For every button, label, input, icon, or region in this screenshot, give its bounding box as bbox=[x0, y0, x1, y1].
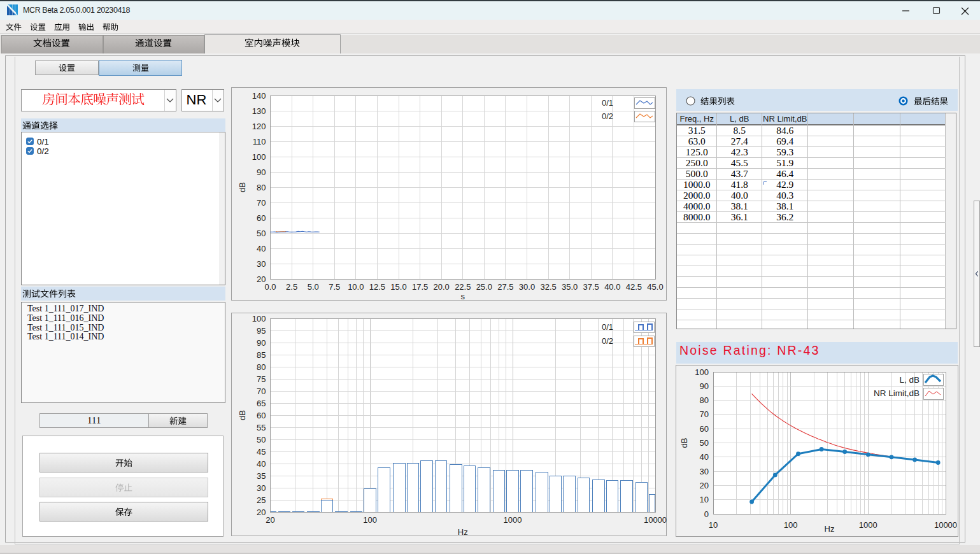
svg-text:20: 20 bbox=[266, 515, 274, 525]
svg-text:65: 65 bbox=[257, 399, 266, 408]
svg-text:43.7: 43.7 bbox=[731, 168, 748, 179]
svg-text:69.4: 69.4 bbox=[776, 136, 793, 146]
svg-text:50: 50 bbox=[257, 229, 266, 238]
svg-text:L, dB: L, dB bbox=[730, 114, 749, 124]
svg-text:dB: dB bbox=[679, 438, 689, 448]
svg-text:2000.0: 2000.0 bbox=[683, 190, 711, 201]
svg-text:5.0: 5.0 bbox=[308, 282, 319, 292]
svg-text:0: 0 bbox=[704, 509, 709, 519]
svg-text:90: 90 bbox=[257, 167, 266, 177]
svg-text:55: 55 bbox=[257, 423, 266, 432]
svg-text:95: 95 bbox=[257, 326, 266, 336]
svg-text:10000: 10000 bbox=[644, 515, 667, 525]
svg-text:40.3: 40.3 bbox=[776, 190, 793, 201]
svg-text:25.0: 25.0 bbox=[476, 282, 492, 292]
svg-text:27.4: 27.4 bbox=[731, 136, 748, 146]
svg-text:100: 100 bbox=[252, 314, 266, 323]
svg-text:10: 10 bbox=[700, 495, 709, 504]
svg-text:7.5: 7.5 bbox=[329, 282, 340, 292]
svg-text:84.6: 84.6 bbox=[776, 125, 793, 136]
svg-text:100: 100 bbox=[252, 152, 266, 162]
svg-text:27.5: 27.5 bbox=[497, 282, 513, 292]
svg-text:130: 130 bbox=[252, 106, 266, 116]
svg-text:42.9: 42.9 bbox=[776, 179, 793, 190]
svg-text:32.5: 32.5 bbox=[540, 282, 556, 292]
svg-text:4000.0: 4000.0 bbox=[683, 201, 711, 211]
svg-text:22.5: 22.5 bbox=[455, 282, 471, 292]
svg-text:Hz: Hz bbox=[825, 524, 835, 534]
svg-text:38.1: 38.1 bbox=[776, 201, 793, 211]
svg-text:42.3: 42.3 bbox=[731, 146, 748, 157]
svg-text:0.0: 0.0 bbox=[264, 282, 276, 292]
svg-text:12.5: 12.5 bbox=[369, 282, 385, 292]
svg-text:110: 110 bbox=[253, 137, 266, 146]
svg-text:10: 10 bbox=[709, 520, 718, 530]
svg-text:8000.0: 8000.0 bbox=[683, 211, 711, 222]
svg-text:40: 40 bbox=[257, 459, 266, 469]
svg-text:20.0: 20.0 bbox=[434, 282, 450, 292]
svg-text:85: 85 bbox=[257, 350, 266, 360]
svg-text:35.0: 35.0 bbox=[562, 282, 578, 292]
svg-text:30: 30 bbox=[700, 467, 709, 476]
svg-text:20: 20 bbox=[700, 481, 709, 490]
svg-text:80: 80 bbox=[257, 362, 266, 372]
svg-text:15.0: 15.0 bbox=[390, 282, 406, 292]
svg-text:80: 80 bbox=[700, 395, 709, 405]
svg-text:40.0: 40.0 bbox=[604, 282, 620, 292]
svg-text:38.1: 38.1 bbox=[731, 201, 748, 211]
svg-text:46.4: 46.4 bbox=[776, 168, 793, 179]
svg-text:50: 50 bbox=[257, 435, 266, 444]
svg-text:45.5: 45.5 bbox=[731, 157, 748, 168]
svg-text:8.5: 8.5 bbox=[734, 125, 746, 136]
svg-text:dB: dB bbox=[238, 410, 247, 420]
svg-text:51.9: 51.9 bbox=[776, 157, 793, 168]
svg-text:30: 30 bbox=[257, 259, 266, 269]
svg-text:50: 50 bbox=[700, 438, 709, 448]
svg-text:40: 40 bbox=[700, 452, 709, 462]
svg-text:60: 60 bbox=[700, 424, 709, 434]
svg-text:20: 20 bbox=[257, 508, 266, 517]
svg-text:31.5: 31.5 bbox=[688, 125, 706, 136]
svg-text:60: 60 bbox=[257, 213, 266, 223]
svg-text:1000.0: 1000.0 bbox=[683, 179, 711, 190]
svg-text:90: 90 bbox=[700, 381, 709, 391]
svg-text:70: 70 bbox=[257, 198, 266, 208]
svg-text:36.1: 36.1 bbox=[731, 211, 748, 222]
svg-text:17.5: 17.5 bbox=[412, 282, 428, 292]
svg-text:Freq., Hz: Freq., Hz bbox=[679, 114, 713, 124]
svg-text:25: 25 bbox=[257, 495, 266, 505]
svg-text:70: 70 bbox=[257, 387, 266, 396]
svg-text:250.0: 250.0 bbox=[686, 157, 708, 168]
svg-text:42.5: 42.5 bbox=[626, 282, 642, 292]
svg-text:0/1: 0/1 bbox=[602, 98, 613, 108]
svg-text:dB: dB bbox=[238, 182, 247, 192]
svg-text:NR Limit,dB: NR Limit,dB bbox=[874, 388, 920, 398]
svg-text:70: 70 bbox=[700, 409, 709, 419]
svg-text:2.5: 2.5 bbox=[286, 282, 297, 292]
svg-text:125.0: 125.0 bbox=[686, 146, 708, 157]
svg-text:41.8: 41.8 bbox=[731, 179, 748, 190]
svg-text:63.0: 63.0 bbox=[688, 136, 706, 146]
svg-text:40.0: 40.0 bbox=[731, 190, 748, 201]
svg-text:120: 120 bbox=[252, 122, 266, 131]
svg-text:10.0: 10.0 bbox=[348, 282, 364, 292]
svg-text:NR Limit,dB: NR Limit,dB bbox=[763, 114, 807, 124]
svg-text:59.3: 59.3 bbox=[776, 146, 793, 157]
svg-text:0/1: 0/1 bbox=[602, 322, 613, 332]
svg-text:36.2: 36.2 bbox=[776, 211, 793, 222]
svg-text:1000: 1000 bbox=[504, 515, 522, 525]
svg-text:40: 40 bbox=[257, 244, 266, 253]
svg-text:30: 30 bbox=[257, 483, 266, 493]
svg-text:60: 60 bbox=[257, 411, 266, 420]
svg-text:0/2: 0/2 bbox=[602, 111, 613, 121]
svg-text:1000: 1000 bbox=[859, 520, 877, 530]
svg-text:100: 100 bbox=[363, 515, 377, 525]
svg-text:100: 100 bbox=[784, 520, 798, 530]
svg-text:37.5: 37.5 bbox=[583, 282, 599, 292]
svg-text:75: 75 bbox=[257, 374, 266, 384]
svg-text:10000: 10000 bbox=[934, 520, 957, 530]
svg-text:35: 35 bbox=[257, 471, 266, 481]
svg-text:45.0: 45.0 bbox=[647, 282, 663, 292]
svg-text:L, dB: L, dB bbox=[899, 375, 920, 385]
svg-text:100: 100 bbox=[695, 367, 709, 377]
